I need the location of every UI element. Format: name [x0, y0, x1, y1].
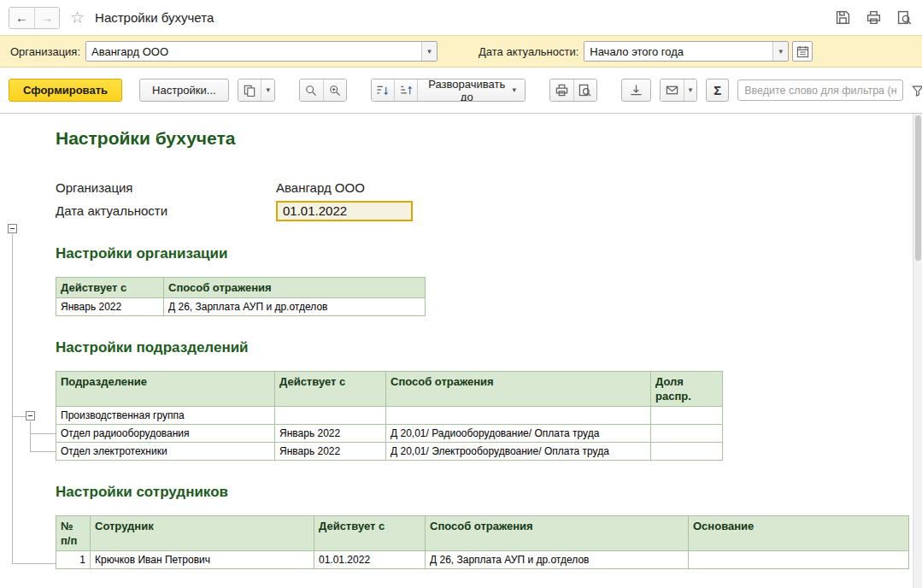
actual-date-dropdown-button[interactable]: ▾	[772, 42, 788, 61]
table-cell[interactable]: Д 20,01/ Радиооборудование/ Оплата труда	[386, 425, 651, 443]
sort-descending-icon	[400, 84, 413, 97]
table-cell[interactable]	[651, 407, 723, 425]
actual-date-input[interactable]	[584, 42, 772, 61]
copy-button[interactable]	[238, 79, 261, 101]
table-row: 1 Крючков Иван Петрович 01.01.2022 Д 26,…	[56, 551, 909, 569]
toolbar-preview-button[interactable]	[573, 79, 596, 101]
employees-settings-table: № п/п Сотрудник Действует с Способ отраж…	[56, 515, 909, 569]
search-button[interactable]	[300, 79, 323, 101]
toolbar-print-button[interactable]	[550, 79, 573, 101]
table-row: Январь 2022 Д 26, Зарплата АУП и др.отде…	[56, 298, 426, 316]
actual-date-label: Дата актуальности:	[479, 45, 578, 58]
sort-ascending-button[interactable]	[372, 79, 395, 101]
column-header[interactable]: Доля распр.	[651, 372, 723, 407]
print-preview-button[interactable]	[895, 9, 913, 27]
report-area: Настройки бухучета Организация Авангард …	[0, 114, 922, 588]
save-button[interactable]	[833, 9, 852, 27]
chevron-down-icon: ▾	[427, 47, 432, 56]
organization-cell-value[interactable]: Авангард ООО	[276, 180, 365, 195]
column-header[interactable]: Способ отражения	[426, 516, 689, 551]
table-cell[interactable]: Январь 2022	[56, 298, 164, 316]
table-cell[interactable]	[651, 443, 723, 461]
table-cell[interactable]: Д 26, Зарплата АУП и др.отделов	[426, 551, 689, 569]
tree-line	[12, 234, 13, 563]
table-cell[interactable]: 01.01.2022	[314, 551, 426, 569]
copy-dropdown-button[interactable]: ▾	[261, 79, 273, 101]
table-cell[interactable]: Январь 2022	[275, 443, 386, 461]
table-cell[interactable]	[275, 407, 386, 425]
printer-icon	[555, 84, 568, 97]
chevron-down-icon: ▾	[689, 86, 693, 94]
organization-combo: ▾	[85, 41, 438, 62]
column-header[interactable]: Способ отражения	[164, 278, 426, 298]
search-group	[299, 79, 347, 102]
column-header[interactable]: Действует с	[314, 516, 426, 551]
sort-descending-button[interactable]	[394, 79, 417, 101]
forward-button[interactable]: →	[34, 8, 59, 28]
copy-icon	[244, 85, 255, 97]
table-row: Отдел электротехники Январь 2022 Д 20,01…	[56, 443, 723, 461]
actual-date-cell-value[interactable]: 01.01.2022	[276, 201, 413, 221]
sigma-icon: Σ	[714, 83, 721, 97]
mail-dropdown-button[interactable]: ▾	[684, 79, 696, 101]
filter-funnel-button[interactable]	[912, 79, 922, 101]
table-cell[interactable]: 1	[56, 551, 91, 569]
copy-split-button: ▾	[238, 79, 275, 102]
column-header[interactable]: Сотрудник	[91, 516, 314, 551]
section-heading-employees: Настройки сотрудников	[56, 483, 908, 502]
vertical-scrollbar[interactable]	[913, 114, 922, 588]
table-cell[interactable]: Производственная группа	[56, 407, 275, 425]
table-cell[interactable]	[386, 407, 651, 425]
organization-input[interactable]	[86, 42, 421, 61]
column-header[interactable]: Действует с	[56, 278, 164, 298]
table-cell[interactable]: Д 26, Зарплата АУП и др.отделов	[164, 298, 426, 316]
scrollbar-thumb[interactable]	[915, 115, 921, 261]
generate-button[interactable]: Сформировать	[9, 79, 122, 102]
section-heading-organization: Настройки организации	[56, 244, 908, 263]
collapse-subgroup-icon[interactable]	[26, 411, 35, 420]
organization-dropdown-button[interactable]: ▾	[421, 42, 437, 61]
organization-row: Организация Авангард ООО	[56, 176, 908, 199]
table-cell[interactable]: Отдел радиооборудования	[56, 425, 275, 443]
search-next-button[interactable]	[323, 79, 346, 101]
actual-date-row: Дата актуальности 01.01.2022	[56, 199, 908, 222]
settings-button[interactable]: Настройки...	[139, 79, 229, 102]
titlebar-right-icons	[833, 9, 913, 27]
window-title: Настройки бухучета	[95, 10, 214, 25]
column-header[interactable]: Подразделение	[56, 372, 275, 407]
column-header[interactable]: Действует с	[275, 372, 386, 407]
table-cell[interactable]	[651, 425, 723, 443]
chevron-down-icon: ▾	[513, 86, 517, 94]
sort-expand-group: Разворачивать до ▾	[371, 79, 526, 102]
filter-input[interactable]	[737, 79, 903, 101]
organization-settings-table: Действует с Способ отражения Январь 2022…	[56, 277, 426, 316]
table-cell[interactable]: Отдел электротехники	[56, 443, 275, 461]
download-icon	[630, 84, 643, 97]
mail-button[interactable]	[661, 79, 684, 101]
departments-settings-table: Подразделение Действует с Способ отражен…	[56, 371, 723, 461]
table-header-row: Действует с Способ отражения	[56, 278, 426, 298]
expand-to-button[interactable]: Разворачивать до ▾	[417, 79, 525, 101]
column-header[interactable]: № п/п	[56, 516, 91, 551]
collapse-group-icon[interactable]	[8, 224, 17, 233]
table-cell[interactable]	[689, 551, 909, 569]
favorite-star-icon[interactable]: ☆	[70, 8, 85, 27]
sum-button[interactable]: Σ	[706, 79, 729, 102]
print-button[interactable]	[864, 9, 883, 27]
organization-cell-label[interactable]: Организация	[56, 180, 276, 195]
save-file-button[interactable]	[621, 79, 651, 102]
table-cell[interactable]: Крючков Иван Петрович	[91, 551, 314, 569]
column-header[interactable]: Основание	[689, 516, 909, 551]
chevron-down-icon: ▾	[779, 47, 784, 56]
actual-date-cell-label[interactable]: Дата актуальности	[56, 203, 276, 218]
calendar-button[interactable]	[792, 41, 813, 62]
tree-line	[12, 563, 56, 564]
table-cell[interactable]: Январь 2022	[275, 425, 386, 443]
column-header[interactable]: Способ отражения	[386, 372, 651, 407]
table-row: Отдел радиооборудования Январь 2022 Д 20…	[56, 425, 723, 443]
floppy-icon	[836, 10, 850, 25]
mail-split-button: ▾	[660, 79, 697, 102]
back-button[interactable]: ←	[9, 8, 34, 28]
table-cell[interactable]: Д 20,01/ Электрооборудвоание/ Оплата тру…	[386, 443, 651, 461]
tree-line	[12, 416, 26, 417]
